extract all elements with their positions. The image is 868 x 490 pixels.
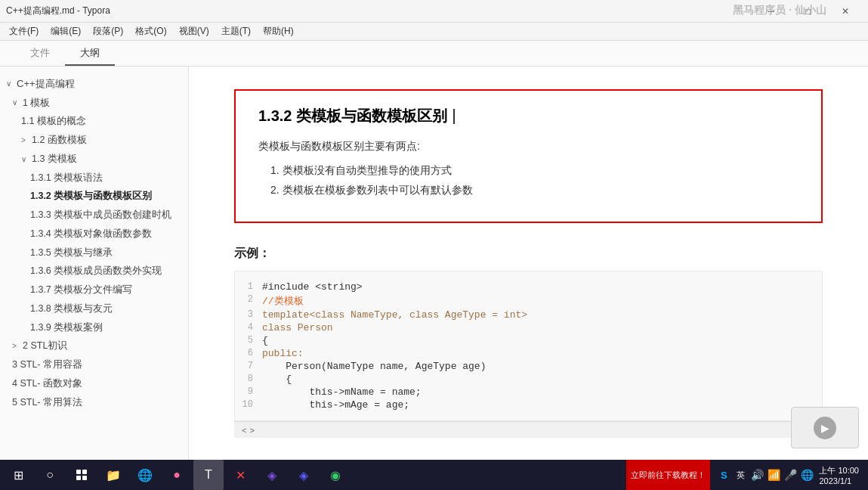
sidebar-item-label: 1.3 类模板: [32, 152, 77, 166]
nav-left: <: [242, 426, 246, 435]
content-area[interactable]: 1.3.2 类模板与函数模板区别 类模板与函数模板区别主要有两点: 1. 类模板…: [189, 67, 868, 490]
line-content: public:: [262, 348, 822, 359]
sidebar-item-label: 1.2 函数模板: [32, 133, 87, 147]
play-button[interactable]: ▶: [814, 417, 836, 439]
download-cta-button[interactable]: 立即前往下载教程！: [626, 460, 710, 490]
tab-file[interactable]: 文件: [15, 42, 65, 66]
sidebar: ∨ C++提高编程 ∨ 1 模板 1.1 模板的概念 > 1.2 函数模板 ∨ …: [0, 67, 189, 490]
menu-format[interactable]: 格式(O): [129, 23, 172, 39]
sidebar-item-5[interactable]: 5 STL- 常用算法: [0, 393, 188, 412]
sidebar-item-label: 1.3.2 类模板与函数模板区别: [30, 189, 152, 203]
volume-icon[interactable]: 🔊: [749, 467, 765, 482]
lang-icon[interactable]: 英: [733, 467, 748, 482]
window-title: C++提高编程.md - Typora: [6, 5, 110, 17]
menu-file[interactable]: 文件(F): [3, 23, 45, 39]
code-nav[interactable]: < >: [242, 426, 255, 435]
sidebar-item-4[interactable]: 4 STL- 函数对象: [0, 374, 188, 393]
menubar: 文件(F) 编辑(E) 段落(P) 格式(O) 视图(V) 主题(T) 帮助(H…: [0, 23, 868, 41]
line-content: class Person: [262, 322, 822, 333]
sidebar-item-1-1[interactable]: 1.1 模板的概念: [0, 112, 188, 131]
line-number: 7: [235, 361, 262, 371]
sidebar-item-label: 1.3.5 类模板与继承: [30, 246, 113, 260]
vs-icon[interactable]: ◈: [257, 460, 287, 490]
intro-text: 类模板与函数模板区别主要有两点:: [258, 140, 798, 154]
tabbar: 文件 大纲: [0, 41, 868, 67]
line-number: 3: [235, 309, 262, 320]
date-display: 2023/1/1: [819, 476, 859, 485]
code-line-6: 6 public:: [235, 347, 822, 360]
svg-rect-0: [76, 470, 81, 474]
sidebar-item-1-3[interactable]: ∨ 1.3 类模板: [0, 150, 188, 169]
download-cta-label: 立即前往下载教程！: [631, 470, 706, 481]
globe-icon[interactable]: 🌐: [799, 467, 814, 482]
sidebar-item-1-3-4[interactable]: 1.3.4 类模板对象做函数参数: [0, 225, 188, 243]
vs-icon-2[interactable]: ◈: [289, 460, 319, 490]
taskbar-right: 立即前往下载教程！ S 英 🔊 📶 🎤 🌐 上午 10:00 2023/1/1: [626, 460, 865, 490]
arrow-icon: ∨: [6, 78, 14, 89]
app-icon-1[interactable]: ●: [162, 460, 192, 490]
app-icon-green[interactable]: ◉: [320, 460, 351, 490]
sidebar-item-cpp[interactable]: ∨ C++提高编程: [0, 74, 188, 94]
sidebar-item-label: 4 STL- 函数对象: [12, 377, 82, 391]
sidebar-item-1-3-8[interactable]: 1.3.8 类模板与友元: [0, 299, 188, 318]
sidebar-item-label: 1.3.8 类模板与友元: [30, 302, 113, 316]
sidebar-item-1-2[interactable]: > 1.2 函数模板: [0, 131, 188, 150]
sidebar-item-label: 1.3.1 类模板语法: [30, 171, 103, 185]
menu-paragraph[interactable]: 段落(P): [87, 23, 129, 39]
line-content: template<class NameType, class AgeType =…: [262, 309, 822, 321]
menu-view[interactable]: 视图(V): [173, 23, 215, 39]
menu-theme[interactable]: 主题(T): [215, 23, 257, 39]
sidebar-item-1-3-9[interactable]: 1.3.9 类模板案例: [0, 318, 188, 337]
sidebar-item-label: 1.3.4 类模板对象做函数参数: [30, 227, 152, 241]
network-icon[interactable]: 📶: [766, 467, 781, 482]
sidebar-item-3[interactable]: 3 STL- 常用容器: [0, 355, 188, 374]
menu-edit[interactable]: 编辑(E): [45, 23, 87, 39]
sidebar-item-2[interactable]: > 2 STL初识: [0, 336, 188, 355]
line-content: Person(NameType name, AgeType age): [262, 361, 822, 372]
text-cursor: [453, 109, 455, 124]
typora-icon[interactable]: T: [193, 460, 224, 490]
sidebar-item-1[interactable]: ∨ 1 模板: [0, 94, 188, 113]
close-button[interactable]: ✕: [828, 0, 862, 23]
search-icon[interactable]: ○: [35, 460, 65, 490]
sidebar-item-1-3-2[interactable]: 1.3.2 类模板与函数模板区别: [0, 187, 188, 206]
line-number: 6: [235, 348, 262, 358]
code-line-3: 3 template<class NameType, class AgeType…: [235, 309, 822, 321]
line-number: 2: [235, 294, 262, 305]
sys-tray: S 英 🔊 📶 🎤 🌐 上午 10:00 2023/1/1: [713, 465, 862, 485]
code-line-1: 1 #include <string>: [235, 281, 822, 293]
sidebar-item-1-3-3[interactable]: 1.3.3 类模板中成员函数创建时机: [0, 206, 188, 225]
code-line-10: 10 this->mAge = age;: [235, 399, 822, 411]
video-thumbnail: ▶: [791, 407, 859, 448]
main-layout: ∨ C++提高编程 ∨ 1 模板 1.1 模板的概念 > 1.2 函数模板 ∨ …: [0, 67, 868, 490]
s-icon[interactable]: S: [716, 467, 731, 482]
sidebar-item-1-3-6[interactable]: 1.3.6 类模板成员函数类外实现: [0, 262, 188, 281]
mic-icon[interactable]: 🎤: [783, 467, 798, 482]
section-heading-text: 1.3.2 类模板与函数模板区别: [258, 106, 447, 126]
task-view-icon[interactable]: [66, 460, 97, 490]
nav-right: >: [249, 426, 254, 435]
sidebar-item-label: 3 STL- 常用容器: [12, 358, 82, 372]
time-display: 上午 10:00: [819, 465, 859, 476]
line-number: 1: [235, 281, 262, 292]
list-item-1: 1. 类模板没有自动类型推导的使用方式: [258, 164, 798, 178]
svg-rect-1: [82, 470, 87, 474]
arrow-icon: >: [21, 135, 29, 146]
line-number: 8: [235, 374, 262, 384]
tab-outline[interactable]: 大纲: [65, 42, 115, 66]
svg-rect-2: [76, 476, 81, 480]
menu-help[interactable]: 帮助(H): [257, 23, 300, 39]
app-icon-red[interactable]: ✕: [225, 460, 255, 490]
arrow-icon: ∨: [12, 97, 20, 108]
sidebar-item-label: 1.1 模板的概念: [21, 114, 86, 129]
line-content: {: [262, 374, 822, 385]
sidebar-item-1-3-7[interactable]: 1.3.7 类模板分文件编写: [0, 281, 188, 299]
arrow-icon: ∨: [21, 154, 29, 165]
start-button[interactable]: ⊞: [3, 460, 33, 490]
sidebar-item-1-3-1[interactable]: 1.3.1 类模板语法: [0, 169, 188, 188]
list-item-2: 2. 类模板在模板参数列表中可以有默认参数: [258, 184, 798, 197]
sidebar-item-label: 5 STL- 常用算法: [12, 395, 82, 410]
folder-icon[interactable]: 📁: [98, 460, 128, 490]
edge-icon[interactable]: 🌐: [130, 460, 160, 490]
sidebar-item-1-3-5[interactable]: 1.3.5 类模板与继承: [0, 243, 188, 262]
